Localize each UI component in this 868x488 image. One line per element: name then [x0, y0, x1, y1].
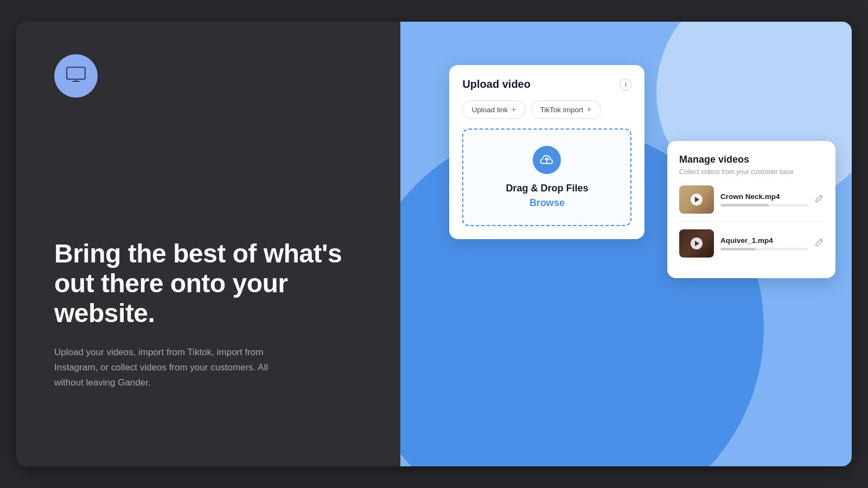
- video-divider: [679, 221, 824, 222]
- monitor-icon: [66, 67, 86, 85]
- browse-link[interactable]: Browse: [529, 197, 565, 209]
- play-triangle-icon-2: [695, 241, 699, 246]
- logo-circle: [54, 54, 98, 98]
- tiktok-import-button[interactable]: TikTok import +: [531, 100, 601, 119]
- upload-card-title: Upload video: [462, 78, 531, 91]
- video-item-2: Aquiver_1.mp4: [679, 229, 824, 258]
- manage-videos-card: Manage videos Collect videos from your c…: [667, 141, 835, 278]
- video-progress-bar-crown: [720, 204, 808, 207]
- left-panel: Bring the best of what's out there onto …: [16, 22, 400, 466]
- edit-icon-crown[interactable]: [815, 194, 824, 205]
- cloud-upload-icon: [533, 146, 561, 174]
- upload-card-header: Upload video i: [462, 78, 631, 91]
- upload-link-button[interactable]: Upload link +: [462, 100, 525, 119]
- video-progress-bar-aquiver: [720, 248, 808, 251]
- video-thumb-aquiver: [679, 229, 714, 258]
- play-triangle-icon: [695, 197, 699, 202]
- video-info-crown: Crown Neck.mp4: [720, 192, 808, 207]
- left-content: Bring the best of what's out there onto …: [54, 239, 362, 434]
- tiktok-import-label: TikTok import: [540, 106, 584, 114]
- upload-video-card: Upload video i Upload link + TikTok impo…: [449, 65, 644, 239]
- upload-link-plus-icon: +: [511, 105, 516, 114]
- manage-card-title: Manage videos: [679, 154, 824, 165]
- video-item: Crown Neck.mp4: [679, 185, 824, 214]
- drag-drop-area[interactable]: Drag & Drop Files Browse: [462, 129, 631, 226]
- right-panel: Upload video i Upload link + TikTok impo…: [400, 22, 852, 466]
- video-filename-aquiver: Aquiver_1.mp4: [720, 236, 808, 245]
- play-button-crown[interactable]: [691, 194, 703, 206]
- video-info-aquiver: Aquiver_1.mp4: [720, 236, 808, 251]
- upload-buttons-row: Upload link + TikTok import +: [462, 100, 631, 119]
- video-filename-crown: Crown Neck.mp4: [720, 192, 808, 201]
- edit-icon-aquiver[interactable]: [815, 238, 824, 249]
- aquiver-thumb-bg: [679, 229, 714, 258]
- video-progress-fill-crown: [720, 204, 769, 207]
- app-frame: Bring the best of what's out there onto …: [16, 22, 852, 466]
- svg-rect-0: [67, 67, 85, 79]
- play-button-aquiver[interactable]: [691, 237, 703, 249]
- tiktok-plus-icon: +: [586, 105, 591, 114]
- video-thumb-crown: [679, 185, 714, 214]
- upload-link-label: Upload link: [471, 106, 508, 114]
- main-subtext: Upload your videos, import from Tiktok, …: [54, 345, 288, 390]
- video-progress-fill-aquiver: [720, 248, 756, 251]
- info-icon: i: [620, 79, 631, 91]
- drag-drop-text: Drag & Drop Files: [506, 183, 588, 194]
- main-headline: Bring the best of what's out there onto …: [54, 239, 362, 329]
- manage-card-subtitle: Collect videos from your customer base: [679, 168, 824, 176]
- crown-thumb-bg: [679, 185, 714, 214]
